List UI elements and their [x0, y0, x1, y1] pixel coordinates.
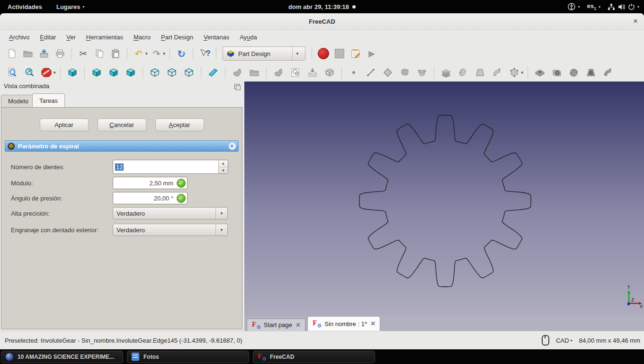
taskbar-window-freecad[interactable]: F⚙ FreeCAD [253, 351, 375, 363]
rear-view-button[interactable] [148, 66, 161, 79]
external-gear-combobox[interactable]: Verdadero ▾ [113, 224, 228, 236]
pad-button[interactable] [439, 66, 453, 79]
tab-start-page[interactable]: F⚙ Start page × [247, 318, 305, 331]
top-view-button[interactable] [107, 66, 120, 79]
spin-up-button[interactable]: ▲ [219, 160, 228, 167]
front-view-button[interactable] [90, 66, 103, 79]
volume-icon [617, 3, 626, 10]
cancel-button[interactable]: Cancelar [98, 118, 146, 131]
fit-selection-button[interactable] [23, 66, 36, 79]
macro-execute-button[interactable]: ▶ [365, 47, 378, 60]
3d-viewport[interactable]: Y X Z [244, 82, 644, 316]
macro-stop-button[interactable] [333, 47, 346, 60]
close-tab-icon[interactable]: × [296, 321, 300, 329]
print-button[interactable] [54, 47, 67, 60]
tab-tareas[interactable]: Tareas [32, 93, 65, 107]
tab-sin-nombre[interactable]: F⚙ Sin nombre : 1* × [307, 316, 380, 331]
bottom-view-button[interactable] [165, 66, 179, 79]
collapse-section-button[interactable]: « [229, 143, 236, 150]
copy-button[interactable] [93, 47, 106, 60]
save-button[interactable] [37, 47, 51, 60]
accessibility-menu[interactable]: ▾ [568, 3, 580, 10]
pocket-button[interactable] [533, 66, 546, 79]
axonometric-view-button[interactable] [66, 66, 79, 79]
redo-button[interactable]: ↷ [150, 47, 163, 60]
menu-part-design[interactable]: Part Design [156, 32, 198, 43]
task-section-header[interactable]: ⚙ Parámetro de espiral « [5, 140, 239, 152]
notification-dot-icon [352, 5, 356, 9]
title-bar[interactable]: FreeCAD × [0, 13, 644, 30]
map-sketch-button[interactable] [306, 66, 319, 79]
create-clone-button[interactable] [272, 66, 285, 79]
right-view-button[interactable] [124, 66, 137, 79]
activities-button[interactable]: Actividades [8, 3, 42, 10]
datum-line-button[interactable] [364, 66, 377, 79]
keyboard-layout-menu[interactable]: es1 ▾ [587, 2, 600, 11]
menu-ver[interactable]: Ver [61, 32, 81, 43]
spin-down-button[interactable]: ▼ [219, 167, 228, 174]
menu-herramientas[interactable]: Herramientas [81, 32, 128, 43]
datum-plane-button[interactable] [381, 66, 394, 79]
measure-button[interactable] [206, 66, 220, 79]
pressure-angle-field[interactable]: 20,00 ° ✓ [113, 192, 188, 204]
cut-button[interactable]: ✂ [77, 47, 90, 60]
hole-button[interactable] [550, 66, 564, 79]
navigation-style-selector[interactable]: CAD ▾ [556, 337, 572, 344]
scissors-icon: ✂ [80, 49, 88, 58]
high-precision-value: Verdadero [113, 210, 215, 217]
draw-style-button[interactable] [40, 66, 53, 79]
clock-menu[interactable]: dom abr 29, 11:39:18 [288, 0, 356, 13]
additive-loft-button[interactable] [474, 66, 487, 79]
workbench-selector[interactable]: Part Design ▾ [223, 46, 305, 61]
datum-point-button[interactable] [347, 66, 360, 79]
macro-edit-button[interactable] [349, 47, 362, 60]
menu-editar[interactable]: Editar [35, 32, 61, 43]
open-file-button[interactable] [21, 47, 35, 60]
undo-button[interactable]: ↶ [132, 47, 145, 60]
create-group-button[interactable] [248, 66, 261, 79]
menu-ventanas[interactable]: Ventanas [198, 32, 234, 43]
create-sketch-button[interactable] [289, 66, 302, 79]
taskbar-window-fotos[interactable]: Fotos [127, 351, 249, 363]
subtractive-pipe-button[interactable] [601, 66, 615, 79]
places-menu[interactable]: Lugares▾ [56, 3, 85, 10]
new-file-button[interactable] [5, 47, 18, 60]
tab-modelo[interactable]: Modelo [1, 95, 36, 107]
additive-primitive-dropdown-arrow[interactable]: ▾ [521, 70, 524, 75]
draw-style-dropdown-arrow[interactable]: ▾ [54, 70, 56, 75]
subtractive-loft-button[interactable] [584, 66, 598, 79]
apply-button[interactable]: Aplicar [40, 118, 89, 131]
menu-archivo[interactable]: Archivo [4, 32, 35, 43]
ok-button[interactable]: Aceptar [155, 118, 204, 131]
teeth-spinbox[interactable]: 12 ▲ ▼ [113, 160, 228, 174]
shape-binder-button[interactable] [415, 66, 429, 79]
close-window-button[interactable]: × [633, 17, 638, 26]
taskbar-window-video[interactable]: 10 AMAZING SCIENCE EXPERIME... [1, 351, 123, 363]
menu-ayuda[interactable]: Ayuda [234, 32, 262, 43]
status-message: Preselected: InvoluteGear - Sin_nombre.I… [5, 337, 242, 344]
paste-button[interactable] [109, 47, 122, 60]
undo-dropdown-arrow[interactable]: ▾ [145, 51, 148, 56]
module-field[interactable]: 2,50 mm ✓ [113, 177, 188, 189]
macro-record-button[interactable] [317, 47, 330, 60]
groove-button[interactable] [567, 66, 581, 79]
edit-sketch-button[interactable] [323, 66, 336, 79]
undock-panel-icon[interactable] [234, 84, 240, 89]
left-view-button[interactable] [182, 66, 196, 79]
menu-macro[interactable]: Macro [128, 32, 156, 43]
redo-dropdown-arrow[interactable]: ▾ [163, 51, 166, 56]
additive-primitive-button[interactable] [508, 66, 521, 79]
revolution-button[interactable] [456, 66, 470, 79]
close-tab-icon[interactable]: × [371, 320, 375, 328]
high-precision-combobox[interactable]: Verdadero ▾ [113, 207, 228, 219]
local-coordinate-system-button[interactable] [398, 66, 411, 79]
create-body-button[interactable] [231, 66, 244, 79]
external-gear-value: Verdadero [113, 227, 215, 234]
system-menu[interactable]: ▾ [608, 3, 639, 10]
whats-this-button[interactable]: ? [198, 47, 211, 60]
refresh-button[interactable]: ↻ [175, 47, 188, 60]
fit-all-button[interactable] [6, 66, 19, 79]
task-panel: Aplicar Cancelar Aceptar ⚙ Parámetro de … [1, 107, 242, 329]
additive-pipe-button[interactable] [491, 66, 504, 79]
caret-icon: ▾ [571, 338, 572, 343]
